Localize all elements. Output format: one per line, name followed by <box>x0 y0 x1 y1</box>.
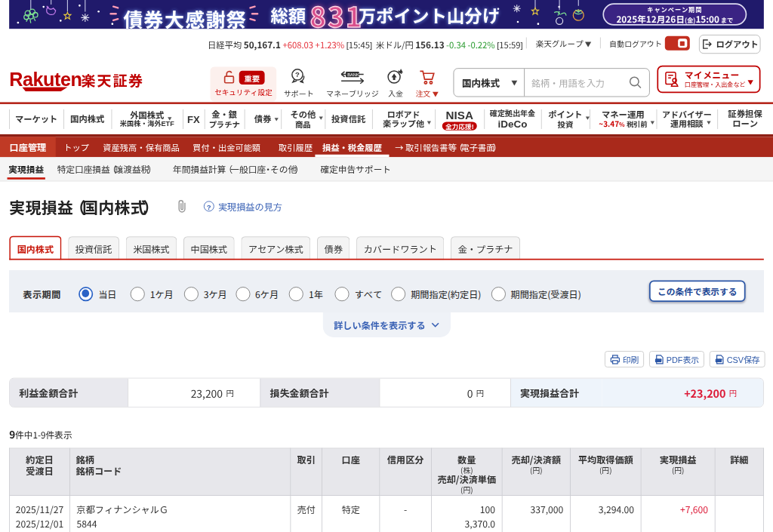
svg-text:BANK: BANK <box>347 72 359 77</box>
svg-text:PDF: PDF <box>656 359 662 362</box>
svg-text:楽天証券: 楽天証券 <box>82 69 144 90</box>
svg-text:CSV: CSV <box>716 359 722 362</box>
svg-text:Rakuten: Rakuten <box>10 69 82 90</box>
svg-text:?: ? <box>295 70 300 78</box>
